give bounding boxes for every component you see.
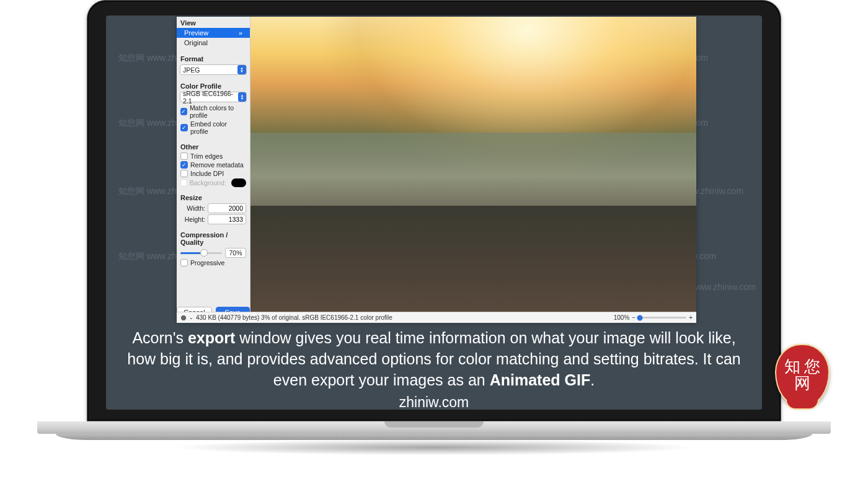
progressive-label: Progressive — [190, 259, 224, 266]
zoom-in-button[interactable]: + — [689, 314, 693, 321]
zoom-out-button[interactable]: − — [632, 314, 636, 321]
select-arrows-icon: ▲▼ — [237, 65, 246, 74]
view-preview-label: Preview — [184, 29, 208, 37]
laptop-mockup: 知您网 www.zhiniw.com 知您网 www.zhiniw.com 知您… — [37, 0, 831, 465]
embed-profile-label: Embed color profile — [190, 120, 246, 135]
remove-metadata-checkbox[interactable]: ✓ — [180, 161, 188, 169]
resize-section-title: Resize — [177, 191, 250, 203]
color-profile-select[interactable]: sRGB IEC61966-2.1 ▲▼ — [180, 92, 247, 102]
caption-animated-bold: Animated GIF — [490, 371, 591, 389]
match-colors-label: Match colors to profile — [190, 104, 246, 119]
caption-text-3: . — [590, 371, 595, 389]
remove-metadata-row[interactable]: ✓ Remove metadata — [177, 161, 250, 169]
zoom-slider[interactable] — [638, 317, 686, 319]
trim-edges-checkbox[interactable] — [180, 152, 188, 160]
chevron-down-icon[interactable]: ⌄ — [189, 315, 193, 320]
color-profile-value: sRGB IEC61966-2.1 — [183, 90, 238, 105]
other-section-title: Other — [177, 141, 250, 152]
chevron-right-icon: » — [239, 29, 242, 37]
quality-slider-row: 70% — [177, 247, 250, 258]
embed-profile-checkbox[interactable]: ✓ — [180, 124, 188, 131]
match-colors-checkbox[interactable]: ✓ — [180, 108, 187, 115]
background-row: Background: — [177, 178, 250, 188]
format-value: JPEG — [183, 66, 200, 74]
select-arrows-icon: ▲▼ — [238, 92, 246, 102]
view-original-item[interactable]: Original — [177, 38, 250, 48]
background-checkbox — [180, 179, 187, 187]
progressive-checkbox[interactable] — [180, 259, 188, 266]
height-row: Height: — [177, 214, 250, 225]
quality-section-title: Compression / Quality — [177, 229, 250, 247]
badge-text: 知 您网 — [775, 344, 830, 406]
background-color-swatch[interactable] — [231, 178, 246, 187]
image-preview — [250, 17, 696, 322]
quality-slider[interactable] — [180, 252, 222, 254]
quality-value[interactable]: 70% — [225, 248, 246, 258]
format-select[interactable]: JPEG ▲▼ — [180, 64, 247, 75]
format-section-title: Format — [177, 53, 250, 64]
trim-edges-row[interactable]: Trim edges — [177, 152, 250, 161]
remove-metadata-label: Remove metadata — [190, 161, 244, 169]
caption-export-bold: export — [188, 329, 235, 346]
zoom-value: 100% — [614, 314, 630, 321]
embed-profile-row[interactable]: ✓ Embed color profile — [177, 120, 250, 136]
screen-bezel: 知您网 www.zhiniw.com 知您网 www.zhiniw.com 知您… — [87, 0, 781, 421]
site-url: zhiniw.com — [125, 393, 743, 410]
include-dpi-label: Include DPI — [190, 170, 224, 177]
caption-text-1: Acorn's — [132, 329, 188, 346]
height-input[interactable] — [208, 214, 246, 224]
include-dpi-checkbox[interactable] — [180, 170, 188, 177]
width-input[interactable] — [208, 203, 246, 213]
slider-thumb[interactable] — [200, 249, 208, 257]
zoom-thumb[interactable] — [637, 315, 643, 320]
include-dpi-row[interactable]: Include DPI — [177, 169, 250, 178]
brand-badge: 知 您网 — [775, 344, 831, 412]
progressive-row[interactable]: Progressive — [177, 258, 250, 267]
screen: 知您网 www.zhiniw.com 知您网 www.zhiniw.com 知您… — [106, 15, 762, 410]
height-label: Height: — [185, 216, 205, 223]
caption: Acorn's export window gives you real tim… — [106, 328, 762, 410]
match-colors-row[interactable]: ✓ Match colors to profile — [177, 103, 250, 120]
view-preview-item[interactable]: Preview » — [177, 28, 250, 38]
view-section-title: View — [177, 17, 250, 28]
export-sidebar: View Preview » Original Format JPEG ▲▼ C… — [177, 17, 250, 322]
export-window: View Preview » Original Format JPEG ▲▼ C… — [177, 17, 696, 322]
laptop-base — [37, 421, 831, 444]
laptop-shadow — [62, 440, 806, 465]
width-label: Width: — [187, 205, 205, 212]
status-bar: ⌄ 430 KB (440779 bytes) 3% of original. … — [177, 312, 696, 323]
acorn-icon[interactable] — [180, 315, 187, 321]
width-row: Width: — [177, 203, 250, 214]
background-label: Background: — [190, 179, 226, 187]
trim-edges-label: Trim edges — [190, 152, 223, 160]
status-info: 430 KB (440779 bytes) 3% of original. sR… — [196, 314, 392, 321]
